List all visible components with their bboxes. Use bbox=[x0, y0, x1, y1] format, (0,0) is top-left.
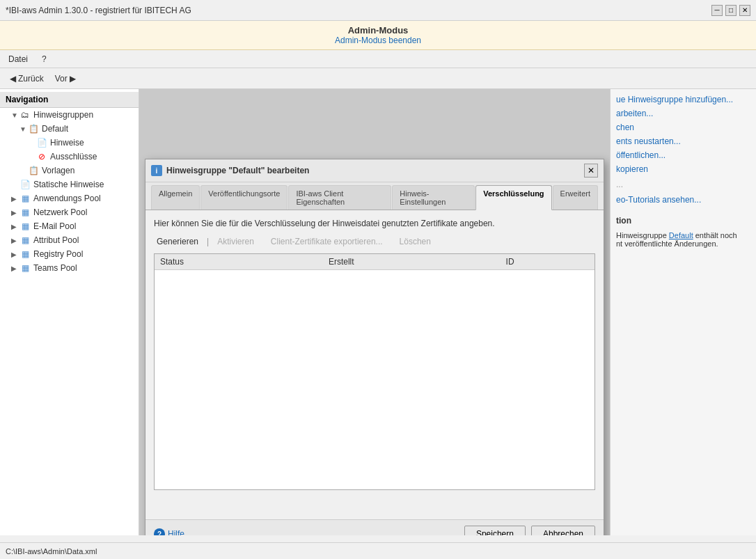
help-button[interactable]: ? Hilfe bbox=[154, 528, 184, 535]
export-button[interactable]: Client-Zertifikate exportieren... bbox=[268, 235, 386, 248]
cert-toolbar: Generieren | Aktivieren Client-Zertifika… bbox=[154, 235, 595, 248]
forward-label: Vor bbox=[55, 74, 68, 84]
actions-ellipsis: ... bbox=[616, 180, 750, 189]
save-button[interactable]: Speichern bbox=[464, 526, 526, 535]
admin-bar: Admin-Modus Admin-Modus beenden bbox=[0, 21, 756, 50]
expand-arrow-icon: ▼ bbox=[11, 111, 19, 119]
modal-dialog: i Hinweisgruppe "Default" bearbeiten ✕ A… bbox=[145, 159, 604, 535]
modal-title: Hinweisgruppe "Default" bearbeiten bbox=[166, 166, 309, 175]
back-label: Zurück bbox=[18, 74, 44, 84]
help-label: Hilfe bbox=[168, 529, 184, 535]
cancel-button[interactable]: Abbrechen bbox=[531, 526, 595, 535]
email-pool-icon: ▦ bbox=[19, 221, 31, 232]
static-icon: 📄 bbox=[19, 179, 31, 190]
window-controls: ─ □ ✕ bbox=[711, 5, 750, 16]
sidebar-item-label: E-Mail Pool bbox=[33, 221, 76, 231]
tab-allgemein[interactable]: Allgemein bbox=[151, 185, 200, 210]
exclude-icon: ⊘ bbox=[36, 151, 47, 162]
admin-mode-link[interactable]: Admin-Modus beenden bbox=[335, 36, 421, 45]
maximize-button[interactable]: □ bbox=[725, 5, 737, 16]
action-edit[interactable]: arbeiten... bbox=[616, 109, 750, 118]
expand-arrow-icon: ▶ bbox=[11, 265, 19, 272]
tab-hinweis-einstellungen[interactable]: Hinweis-Einstellungen bbox=[392, 185, 475, 210]
help-icon: ? bbox=[154, 528, 165, 535]
col-id: ID bbox=[501, 254, 594, 270]
back-button[interactable]: ◀ Zurück bbox=[6, 72, 48, 86]
document-icon: 📄 bbox=[36, 137, 47, 148]
generate-button[interactable]: Generieren bbox=[154, 235, 201, 248]
tab-erweitert[interactable]: Erweitert bbox=[553, 185, 598, 210]
sidebar-item-label: Attribut Pool bbox=[33, 235, 79, 245]
sidebar-item-label: Vorlagen bbox=[42, 166, 74, 175]
action-copy[interactable]: kopieren bbox=[616, 164, 750, 174]
sidebar-item-label: Hinweisgruppen bbox=[33, 110, 93, 120]
action-info-section: tion Hinweisgruppe Default enthält noch … bbox=[616, 216, 750, 248]
sidebar-item-email-pool[interactable]: ▶ ▦ E-Mail Pool bbox=[0, 219, 139, 233]
delete-button[interactable]: Löschen bbox=[397, 235, 434, 248]
expand-arrow-icon: ▼ bbox=[19, 125, 28, 133]
sidebar-item-registry-pool[interactable]: ▶ ▦ Registry Pool bbox=[0, 247, 139, 261]
modal-icon: i bbox=[151, 165, 162, 176]
sidebar-item-label: Default bbox=[42, 124, 68, 134]
menu-bar: Datei ? bbox=[0, 50, 756, 68]
tab-client-eigenschaften[interactable]: IBI-aws Client Eigenschaften bbox=[288, 185, 391, 210]
expand-arrow-icon: ▶ bbox=[11, 209, 19, 216]
sidebar-item-label: Netzwerk Pool bbox=[33, 207, 87, 217]
modal-content: Hier können Sie die für die Verschlüssel… bbox=[145, 210, 604, 519]
col-erstellt: Erstellt bbox=[323, 254, 501, 270]
action-info-text: Hinweisgruppe Default enthält noch nt ve… bbox=[616, 231, 750, 248]
activate-button[interactable]: Aktivieren bbox=[214, 235, 257, 248]
main-layout: Navigation ▼ 🗂 Hinweisgruppen ▼ 📋 Defaul… bbox=[0, 89, 756, 535]
sidebar-item-teams-pool[interactable]: ▶ ▦ Teams Pool bbox=[0, 261, 139, 275]
admin-mode-title: Admin-Modus bbox=[4, 25, 752, 36]
sidebar-item-vorlagen[interactable]: 📋 Vorlagen bbox=[0, 164, 139, 178]
action-publish[interactable]: öffentlichen... bbox=[616, 150, 750, 160]
sidebar-item-attribut-pool[interactable]: ▶ ▦ Attribut Pool bbox=[0, 233, 139, 247]
cert-table: Status Erstellt ID bbox=[155, 254, 594, 270]
default-link[interactable]: Default bbox=[669, 231, 693, 239]
sidebar-item-label: Teams Pool bbox=[33, 263, 77, 273]
right-panel: i Hinweisgruppe "Default" bearbeiten ✕ A… bbox=[139, 89, 610, 535]
modal-close-button[interactable]: ✕ bbox=[584, 164, 598, 178]
minimize-button[interactable]: ─ bbox=[711, 5, 723, 16]
action-restart[interactable]: ents neustarten... bbox=[616, 136, 750, 146]
menu-help[interactable]: ? bbox=[39, 53, 49, 65]
sidebar-item-ausschluesse[interactable]: ⊘ Ausschlüsse bbox=[0, 150, 139, 164]
sidebar-item-static-hints[interactable]: 📄 Statische Hinweise bbox=[0, 178, 139, 191]
tab-verschluesselung[interactable]: Verschlüsselung bbox=[475, 185, 551, 210]
sidebar-item-label: Hinweise bbox=[50, 138, 84, 148]
sidebar-item-hinweisgruppen[interactable]: ▼ 🗂 Hinweisgruppen bbox=[0, 108, 139, 122]
footer-buttons: Speichern Abbrechen bbox=[464, 526, 595, 535]
action-delete[interactable]: chen bbox=[616, 123, 750, 132]
col-status: Status bbox=[155, 254, 323, 270]
status-path: C:\IBI-aws\Admin\Data.xml bbox=[6, 547, 97, 556]
template-icon: 📋 bbox=[28, 165, 39, 176]
sidebar-item-hinweise[interactable]: 📄 Hinweise bbox=[0, 136, 139, 150]
sidebar-item-label: Statische Hinweise bbox=[33, 180, 104, 189]
modal-title-group: i Hinweisgruppe "Default" bearbeiten bbox=[151, 165, 309, 176]
close-button[interactable]: ✕ bbox=[739, 5, 750, 16]
separator-1: | bbox=[207, 237, 209, 246]
registry-pool-icon: ▦ bbox=[19, 249, 31, 260]
forward-button[interactable]: Vor ▶ bbox=[51, 72, 80, 86]
folder-icon: 🗂 bbox=[19, 109, 31, 120]
expand-arrow-icon: ▶ bbox=[11, 223, 19, 230]
sidebar-item-anwendungs-pool[interactable]: ▶ ▦ Anwendungs Pool bbox=[0, 191, 139, 205]
action-tutorials[interactable]: eo-Tutorials ansehen... bbox=[616, 195, 750, 205]
tabs-bar: Allgemein Veröffentlichungsorte IBI-aws … bbox=[145, 182, 604, 210]
action-new-group[interactable]: ue Hinweisgruppe hinzufügen... bbox=[616, 95, 750, 104]
action-info-header: tion bbox=[616, 216, 750, 226]
sidebar: Navigation ▼ 🗂 Hinweisgruppen ▼ 📋 Defaul… bbox=[0, 89, 139, 535]
sidebar-item-label: Anwendungs Pool bbox=[33, 194, 101, 203]
sidebar-item-label: Registry Pool bbox=[33, 249, 83, 259]
toolbar: ◀ Zurück Vor ▶ bbox=[0, 68, 756, 89]
sidebar-item-default[interactable]: ▼ 📋 Default bbox=[0, 122, 139, 136]
forward-arrow-icon: ▶ bbox=[70, 74, 76, 84]
title-bar: *IBI-aws Admin 1.30.0 - registriert für … bbox=[0, 0, 756, 21]
tab-veroeffentlichungsorte[interactable]: Veröffentlichungsorte bbox=[200, 185, 288, 210]
menu-datei[interactable]: Datei bbox=[6, 53, 31, 65]
modal-titlebar: i Hinweisgruppe "Default" bearbeiten ✕ bbox=[145, 159, 604, 182]
app-pool-icon: ▦ bbox=[19, 193, 31, 204]
sidebar-item-netzwerk-pool[interactable]: ▶ ▦ Netzwerk Pool bbox=[0, 205, 139, 219]
navigation-header: Navigation bbox=[0, 92, 139, 108]
